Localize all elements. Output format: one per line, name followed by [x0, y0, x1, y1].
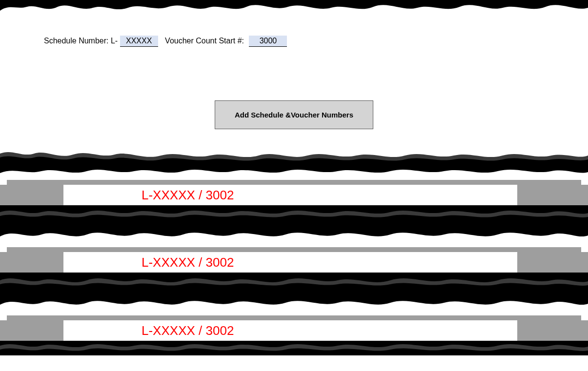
voucher-number-label: L-XXXXX / 3002 — [142, 323, 234, 338]
form-row: Schedule Number: L- Voucher Count Start … — [44, 36, 544, 47]
torn-edge — [0, 292, 588, 315]
voucher-strip-1: L-XXXXX / 3002 Standard Form 1047 — [0, 163, 588, 223]
torn-edge — [0, 163, 588, 180]
schedule-number-input[interactable] — [120, 36, 158, 47]
form-panel: Schedule Number: L- Voucher Count Start … — [0, 19, 588, 144]
voucher-count-input[interactable] — [249, 36, 287, 47]
torn-edge — [0, 341, 588, 355]
voucher-number-label: L-XXXXX / 3002 — [142, 188, 234, 203]
voucher-number-label: L-XXXXX / 3002 — [142, 255, 234, 270]
voucher-header-bar — [7, 180, 581, 185]
torn-edge-top — [0, 0, 588, 19]
voucher-count-label: Voucher Count Start #: — [165, 37, 244, 45]
add-schedule-voucher-button[interactable]: Add Schedule &Voucher Numbers — [215, 100, 373, 129]
torn-edge — [0, 223, 588, 247]
voucher-header-bar — [7, 247, 581, 252]
torn-edge-panel-bottom — [0, 144, 588, 163]
voucher-header-bar — [7, 315, 581, 320]
voucher-strip-3: L-XXXXX / 3002 Standard Form 1047 — [0, 292, 588, 355]
schedule-number-label: Schedule Number: L- — [44, 37, 118, 45]
torn-edge — [0, 273, 588, 292]
torn-edge — [0, 205, 588, 223]
voucher-strip-2: L-XXXXX / 3002 — [0, 223, 588, 292]
